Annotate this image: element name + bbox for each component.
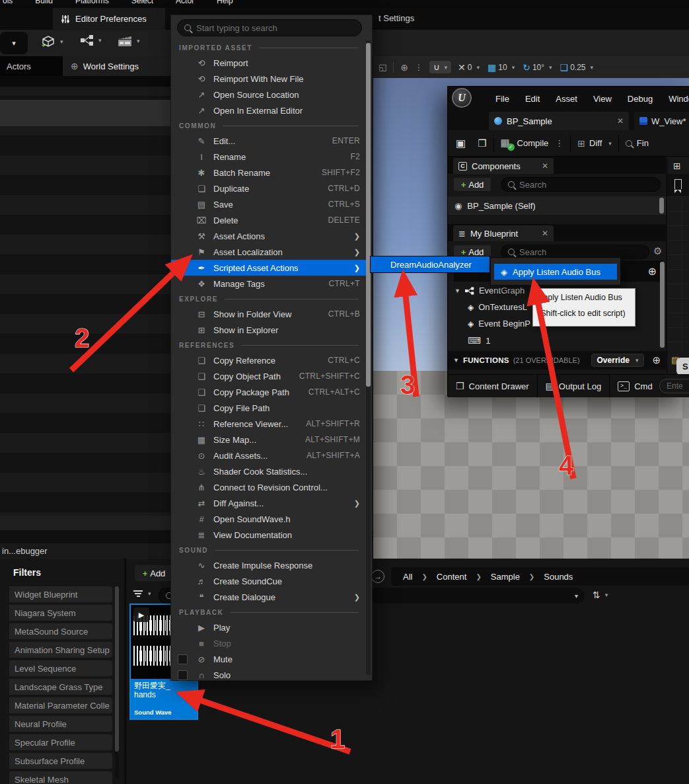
menu-item-reimport-with-new-file[interactable]: ⟲Reimport With New File [171,71,367,87]
bp-menu-view[interactable]: View [593,94,612,104]
tab-editor-preferences[interactable]: Editor Preferences [53,8,165,30]
menu-item-connect-to-revision-control[interactable]: ⋔Connect to Revision Control... [171,479,367,495]
toolbar-dropdown-button[interactable]: ▾ [0,32,28,54]
expand-triangle-icon[interactable]: ▼ [454,288,460,294]
gear-icon[interactable]: ⚙ [653,245,662,257]
filter-pill-metasound-source[interactable]: MetaSound Source [5,623,112,639]
filter-pill-skeletal-mesh[interactable]: Skeletal Mesh [5,771,112,784]
blueprints-button[interactable]: ▾ [81,35,102,46]
menu-item-open-soundwave-h[interactable]: #Open SoundWave.h [171,511,367,527]
menu-item-delete[interactable]: ⌧DeleteDELETE [171,212,367,228]
close-icon[interactable]: ✕ [542,161,548,171]
menu-item-open-in-external-editor[interactable]: ↗Open In External Editor [171,102,367,118]
close-icon[interactable]: ✕ [617,116,624,126]
output-log-button[interactable]: ▤ Output Log [538,375,610,397]
functions-category-row[interactable]: ▼ FUNCTIONS (21 OVERRIDABLE) Override ▾ … [448,351,666,370]
checkbox-mute[interactable] [178,654,188,664]
menu-item-copy-file-path[interactable]: ❑Copy File Path [171,400,367,416]
menu-item-batch-rename[interactable]: ✱Batch RenameSHIFT+F2 [171,165,367,180]
menu-item-solo[interactable]: ∩Solo [171,667,367,683]
filter-pill-specular-profile[interactable]: Specular Profile [5,734,112,750]
filter-pill-niagara-system[interactable]: Niagara System [5,605,112,621]
filter-pill-animation-sharing-setup[interactable]: Animation Sharing Setup [5,642,112,658]
bookmark-icon[interactable] [674,179,682,189]
snap-scale-snap[interactable]: ❏0.25▾ [560,62,593,73]
world-coords-icon[interactable]: ⊕ [400,62,408,73]
menu-item-size-map[interactable]: ▦Size Map...ALT+SHIFT+M [171,432,367,448]
tree-item-ontextures[interactable]: ◈ OnTexturesL [468,302,527,312]
submenu-dreamaudioanalyzer[interactable]: DreamAudioAnalyzer ❯ [370,256,490,273]
tab-my-blueprint[interactable]: ≣ My Blueprint ✕ [453,225,554,241]
snap-surface-snap[interactable]: ✕0▾ [458,62,480,73]
bp-menu-edit[interactable]: Edit [525,94,540,104]
tree-item-input-binding[interactable]: ⌨ 1 [468,335,490,346]
tab-world-settings[interactable]: ⊕ World Settings [63,56,182,76]
play-button-overlay[interactable]: ▶ [133,608,149,622]
menu-scrollbar[interactable] [366,40,371,675]
menu-item-edit[interactable]: ✎Edit...ENTER [171,133,367,149]
content-drawer-button[interactable]: ❒ Content Drawer [448,375,537,397]
tab-bp-sample[interactable]: BP_Sample ✕ [489,112,629,130]
menu-item-reimport[interactable]: ⟲Reimport [171,55,367,71]
menu-help[interactable]: Help [217,0,233,4]
snap-rotation-snap[interactable]: ↻10°▾ [523,62,552,73]
tree-item-event-beginplay[interactable]: ◈ Event BeginP [468,319,530,329]
snap-grid-snap[interactable]: ▦10▾ [488,62,515,73]
my-blueprint-scrollbar[interactable] [660,262,665,348]
menu-item-view-documentation[interactable]: ≣View Documentation [171,527,367,543]
components-search-input[interactable]: Search [501,177,661,192]
menu-item-stop[interactable]: ■Stop [171,635,367,651]
add-actor-button[interactable]: + ▾ [41,35,63,48]
filter-pill-subsurface-profile[interactable]: Subsurface Profile [5,753,112,769]
bp-menu-file[interactable]: File [495,94,509,104]
filters-scrollbar[interactable] [115,586,119,778]
add-graph-icon[interactable]: ⊕ [648,265,657,278]
menu-platforms[interactable]: Platforms [75,0,109,4]
menu-item-show-in-explorer[interactable]: ⊞Show in Explorer [171,322,367,338]
filter-funnel-button[interactable]: ▾ [133,589,151,598]
add-function-icon[interactable]: ⊕ [652,354,661,366]
filter-pill-landscape-grass-type[interactable]: Landscape Grass Type [5,679,112,695]
filter-pill-level-sequence[interactable]: Level Sequence [5,660,112,676]
menu-actor[interactable]: Actor [176,0,194,4]
close-icon[interactable]: ✕ [542,229,548,238]
menu-item-scripted-asset-actions[interactable]: ✒Scripted Asset Actions❯ [171,260,367,276]
menu-search-input[interactable]: Start typing to search [177,19,362,36]
component-row-self[interactable]: ◉ BP_Sample (Self) [448,196,666,215]
menu-item-create-dialogue[interactable]: ❝Create Dialogue❯ [171,589,367,605]
checkbox-solo[interactable] [178,670,188,680]
filter-pill-neural-profile[interactable]: Neural Profile [5,716,112,732]
partial-side-button[interactable]: S [676,358,689,375]
bp-menu-window[interactable]: Window [669,94,689,104]
tab-w-view[interactable]: W_View* [634,112,689,130]
menu-item-shader-cook-statistics[interactable]: ♨Shader Cook Statistics... [171,463,367,479]
maximize-viewport-icon[interactable]: ◱ [379,62,386,72]
menu-item-reference-viewer[interactable]: ∷Reference Viewer...ALT+SHIFT+R [171,416,367,432]
filter-pill-widget-blueprint[interactable]: Widget Blueprint [5,586,112,602]
cinematics-button[interactable]: ▾ [118,35,140,47]
menu-ols[interactable]: ols [3,0,13,4]
window-layout-icon[interactable]: ⊞ [673,161,681,171]
breadcrumb-content[interactable]: Content [437,572,467,582]
menu-item-apply-listen-audio-bus[interactable]: ◈ Apply Listen Audio Bus [494,264,617,280]
expand-triangle-icon[interactable]: ▼ [453,357,459,364]
kebab-menu-icon[interactable]: ⋮ [415,63,423,72]
tree-item-eventgraph[interactable]: ▼ EventGraph [454,286,525,295]
bp-menu-debug[interactable]: Debug [628,94,653,104]
menu-select[interactable]: Select [131,0,153,4]
compile-button[interactable]: ▦✓ Compile [501,138,549,149]
navigate-forward-icon[interactable]: → [371,570,384,583]
add-asset-button[interactable]: + Add [135,565,173,581]
menu-item-show-in-folder-view[interactable]: ⊟Show in Folder ViewCTRL+B [171,306,367,322]
filter-pill-material-parameter-colle[interactable]: Material Parameter Colle [5,697,112,713]
menu-build[interactable]: Build [35,0,53,4]
breadcrumb-all[interactable]: All [403,572,412,582]
components-scrollbar[interactable] [659,198,664,214]
browse-asset-icon[interactable]: ❒ [478,137,486,149]
breadcrumb-sample[interactable]: Sample [491,572,520,582]
menu-item-copy-object-path[interactable]: ❑Copy Object PathCTRL+SHIFT+C [171,368,367,384]
menu-item-manage-tags[interactable]: ❖Manage TagsCTRL+T [171,276,367,292]
settings-tab-partial[interactable]: t Settings [379,13,414,23]
menu-item-audit-assets[interactable]: ⊙Audit Assets...ALT+SHIFT+A [171,448,367,463]
menu-item-rename[interactable]: IRenameF2 [171,149,367,165]
